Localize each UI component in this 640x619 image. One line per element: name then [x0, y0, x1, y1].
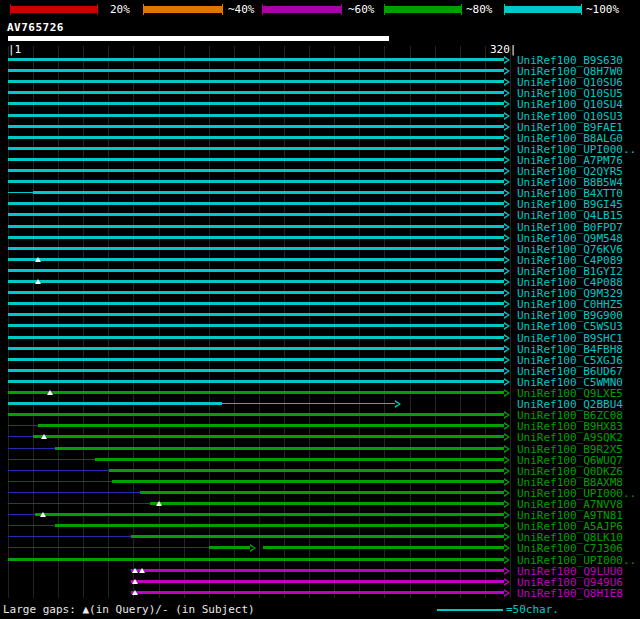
alignment-line[interactable] [8, 448, 55, 449]
alignment-bar[interactable] [131, 569, 504, 572]
alignment-bar[interactable] [8, 280, 504, 283]
alignment-row[interactable]: UniRef100_B9SHC1 [0, 333, 640, 344]
alignment-row[interactable]: UniRef100_A9SQK2 [0, 432, 640, 443]
alignment-bar[interactable] [8, 380, 504, 383]
hit-label[interactable]: UniRef100_A9SQK2 [517, 432, 623, 443]
alignment-bar[interactable] [8, 69, 504, 72]
alignment-bar[interactable] [131, 580, 504, 583]
alignment-line[interactable] [222, 403, 395, 404]
alignment-line[interactable] [8, 536, 131, 537]
alignment-bar[interactable] [8, 91, 504, 94]
alignment-row[interactable]: UniRef100_Q10SU4 [0, 99, 640, 110]
alignment-row[interactable]: UniRef100_C5WSU3 [0, 321, 640, 332]
alignment-bar[interactable] [8, 180, 504, 183]
alignment-bar[interactable] [35, 513, 504, 516]
hit-label[interactable]: UniRef100_Q10SU4 [517, 99, 623, 110]
alignment-bar[interactable] [112, 480, 504, 483]
alignment-bar[interactable] [95, 458, 504, 461]
alignment-line[interactable] [8, 503, 150, 504]
alignment-line[interactable] [8, 492, 140, 493]
alignment-bar[interactable] [8, 169, 504, 172]
alignment-bar[interactable] [8, 114, 504, 117]
hit-label[interactable]: UniRef100_C5WSU3 [517, 321, 623, 332]
alignment-row[interactable]: UniRef100_Q4LB15 [0, 210, 640, 221]
arrowhead-hollow-fill [504, 147, 508, 151]
hit-label[interactable]: UniRef100_Q9LUU0 [517, 566, 623, 577]
alignment-line[interactable] [8, 481, 112, 482]
legend-color-bar [384, 6, 462, 13]
alignment-row[interactable]: UniRef100_C7J306 [0, 543, 640, 554]
alignment-bar[interactable] [8, 136, 504, 139]
alignment-bar[interactable] [8, 258, 504, 261]
alignment-bar[interactable] [8, 247, 504, 250]
alignment-bar[interactable] [8, 158, 504, 161]
alignment-bar[interactable] [8, 213, 504, 216]
hit-label[interactable]: UniRef100_B9SHC1 [517, 333, 623, 344]
alignment-row[interactable]: UniRef100_B0FPD7 [0, 222, 640, 233]
hit-label[interactable]: UniRef100_B9R2X5 [517, 444, 623, 455]
alignment-bar[interactable] [55, 524, 503, 527]
alignment-line[interactable] [8, 470, 109, 471]
alignment-row[interactable]: UniRef100_Q9LUU0 [0, 566, 640, 577]
hit-label[interactable]: UniRef100_B0FPD7 [517, 222, 623, 233]
alignment-bar[interactable] [8, 558, 504, 561]
alignment-bar[interactable] [8, 225, 504, 228]
alignment-bar[interactable] [140, 491, 504, 494]
alignment-row[interactable]: UniRef100_Q6WUQ7 [0, 455, 640, 466]
alignment-bar[interactable] [8, 391, 504, 394]
hit-label[interactable]: UniRef100_B9FAE1 [517, 122, 623, 133]
alignment-row[interactable]: UniRef100_UPI000.. [0, 555, 640, 566]
hit-label[interactable]: UniRef100_Q10SU3 [517, 111, 623, 122]
alignment-rows: UniRef100_B9S630UniRef100_Q8H7W0UniRef10… [0, 55, 640, 603]
alignment-line[interactable] [8, 192, 33, 193]
alignment-bar[interactable] [8, 358, 504, 361]
alignment-bar[interactable] [209, 546, 250, 549]
hit-label[interactable]: UniRef100_Q8H1E8 [517, 588, 623, 599]
alignment-bar[interactable] [8, 269, 504, 272]
alignment-bar[interactable] [8, 369, 504, 372]
alignment-bar[interactable] [8, 147, 504, 150]
alignment-bar[interactable] [150, 502, 504, 505]
alignment-row[interactable]: UniRef100_B9R2X5 [0, 444, 640, 455]
alignment-row[interactable]: UniRef100_Q8H1E8 [0, 588, 640, 599]
alignment-bar[interactable] [33, 435, 504, 438]
alignment-bar[interactable] [8, 291, 504, 294]
alignment-bar[interactable] [55, 447, 503, 450]
hit-label[interactable]: UniRef100_Q9M548 [517, 233, 623, 244]
hit-label[interactable]: UniRef100_Q4LB15 [517, 210, 623, 221]
alignment-bar[interactable] [8, 413, 504, 416]
alignment-bar[interactable] [8, 125, 504, 128]
alignment-bar[interactable] [8, 402, 222, 405]
alignment-bar[interactable] [131, 535, 504, 538]
alignment-bar[interactable] [109, 469, 504, 472]
alignment-row[interactable]: UniRef100_B4FBH8 [0, 344, 640, 355]
alignment-line[interactable] [8, 525, 55, 526]
alignment-bar[interactable] [8, 302, 504, 305]
alignment-bar[interactable] [8, 80, 504, 83]
alignment-bar[interactable] [8, 324, 504, 327]
hit-label[interactable]: UniRef100_C7J306 [517, 543, 623, 554]
alignment-bar[interactable] [33, 191, 504, 194]
alignment-line[interactable] [8, 459, 95, 460]
arrowhead-hollow-fill [504, 136, 508, 140]
alignment-bar[interactable] [8, 102, 504, 105]
alignment-row[interactable]: UniRef100_Q10SU3 [0, 111, 640, 122]
alignment-bar[interactable] [38, 424, 504, 427]
alignment-line[interactable] [8, 436, 33, 437]
alignment-row[interactable]: UniRef100_B9FAE1 [0, 122, 640, 133]
alignment-bar[interactable] [8, 236, 504, 239]
alignment-bar[interactable] [8, 336, 504, 339]
hit-label[interactable]: UniRef100_UPI000.. [517, 555, 636, 566]
alignment-row[interactable]: UniRef100_Q9M548 [0, 233, 640, 244]
alignment-line[interactable] [8, 514, 35, 515]
alignment-bar[interactable] [131, 591, 504, 594]
alignment-bar[interactable] [263, 546, 504, 549]
alignment-bar[interactable] [8, 58, 504, 61]
alignment-line[interactable] [8, 425, 38, 426]
alignment-line[interactable] [8, 547, 209, 548]
alignment-bar[interactable] [8, 313, 504, 316]
hit-label[interactable]: UniRef100_B4FBH8 [517, 344, 623, 355]
hit-label[interactable]: UniRef100_Q6WUQ7 [517, 455, 623, 466]
alignment-bar[interactable] [8, 202, 504, 205]
alignment-bar[interactable] [8, 347, 504, 350]
